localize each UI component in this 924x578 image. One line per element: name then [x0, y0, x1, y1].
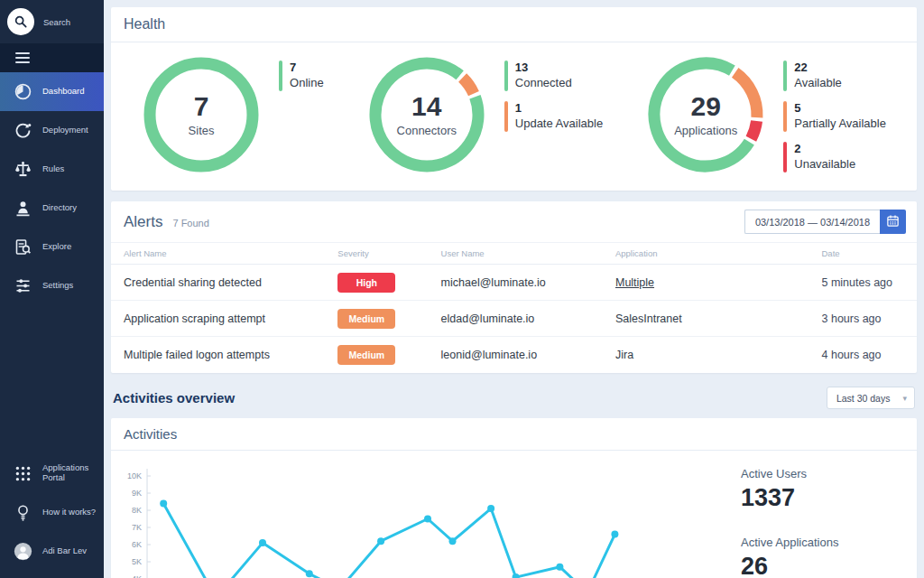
rules-icon: [14, 160, 32, 179]
hamburger-icon: [15, 52, 30, 63]
sidebar-item-label: Dashboard: [42, 87, 84, 97]
sidebar-item-deployment[interactable]: Deployment: [0, 111, 104, 150]
donut-legend-entry: 22 Available: [783, 61, 886, 91]
active-applications-label: Active Applications: [741, 536, 917, 549]
donut-label: Connectors: [397, 124, 457, 137]
svg-text:10K: 10K: [127, 471, 142, 480]
alert-user: michael@luminate.io: [441, 276, 615, 289]
activities-overview-title: Activities overview: [113, 390, 235, 406]
donut-sites: 7 Sites 7 Online: [142, 55, 324, 174]
alert-date: 5 minutes ago: [822, 276, 917, 289]
legend-color-bar: [783, 101, 787, 132]
directory-icon: [14, 199, 32, 218]
svg-text:9K: 9K: [132, 489, 142, 498]
alert-name: Application scraping attempt: [124, 312, 337, 325]
svg-text:7K: 7K: [132, 523, 142, 532]
alert-application: Jira: [615, 349, 822, 361]
legend-color-bar: [783, 142, 787, 172]
sidebar-item-label: Adi Bar Lev: [42, 546, 87, 556]
active-applications-value: 26: [741, 553, 917, 578]
date-range-input[interactable]: [744, 210, 880, 234]
activities-line-chart: 10K9K8K7K6K5K4K: [111, 451, 741, 578]
explore-icon: [14, 238, 32, 256]
sidebar-item-label: Settings: [42, 281, 73, 291]
column-user-name: User Name: [441, 248, 615, 258]
chevron-down-icon: ▾: [902, 394, 907, 403]
legend-label: Online: [290, 76, 324, 91]
sidebar-item-rules[interactable]: Rules: [0, 150, 104, 189]
menu-toggle[interactable]: [0, 43, 104, 72]
alert-application: SalesIntranet: [615, 312, 822, 325]
sidebar-item-label: Directory: [42, 203, 77, 213]
alert-user: leonid@luminate.io: [441, 349, 615, 361]
sidebar-item-dashboard[interactable]: Dashboard: [0, 72, 104, 111]
donut-label: Applications: [674, 124, 737, 137]
avatar: [14, 542, 32, 561]
alert-date: 4 hours ago: [822, 349, 917, 361]
donut-value: 14: [411, 93, 441, 120]
legend-color-bar: [279, 61, 282, 91]
main-content: Health 7 Sites 7 Online 14 Connectors 13…: [104, 0, 924, 578]
donut-applications: 29 Applications 22 Available 5 Partially…: [646, 55, 886, 174]
svg-text:5K: 5K: [132, 557, 142, 566]
time-range-select[interactable]: Last 30 days ▾: [827, 387, 915, 409]
sidebar-item-label: Rules: [42, 164, 64, 174]
legend-count: 2: [794, 142, 855, 157]
activities-title: Activities: [111, 418, 917, 451]
sidebar-item-how-it-works[interactable]: How it works?: [0, 493, 104, 532]
lightbulb-icon: [14, 503, 32, 522]
apps-grid-icon: [14, 464, 32, 483]
alert-application-link[interactable]: Multiple: [615, 276, 822, 289]
settings-icon: [14, 276, 32, 295]
sidebar: Search Dashboard Deployment Rules Direct…: [0, 0, 104, 578]
donut-chart: 14 Connectors: [367, 55, 486, 174]
legend-label: Unavailable: [794, 157, 855, 172]
sidebar-item-applications-portal[interactable]: Applications Portal: [0, 453, 104, 493]
svg-text:8K: 8K: [132, 506, 142, 515]
alert-name: Credential sharing detected: [124, 276, 337, 289]
sidebar-item-directory[interactable]: Directory: [0, 189, 104, 228]
svg-text:4K: 4K: [132, 574, 142, 578]
legend-label: Available: [794, 76, 842, 91]
alert-name: Multiple failed logon attempts: [124, 349, 337, 361]
sidebar-footer: Applications Portal How it works? Adi Ba…: [0, 453, 104, 578]
donut-legend-entry: 2 Unavailable: [783, 142, 886, 172]
donut-label: Sites: [189, 124, 215, 137]
sidebar-item-settings[interactable]: Settings: [0, 266, 104, 305]
table-row[interactable]: Application scraping attempt Medium elda…: [111, 301, 917, 337]
calendar-button[interactable]: [880, 210, 906, 234]
donut-legend-entry: 7 Online: [279, 61, 324, 91]
donut-chart: 29 Applications: [646, 55, 765, 174]
sidebar-item-explore[interactable]: Explore: [0, 228, 104, 266]
sidebar-item-label: Explore: [42, 242, 71, 252]
severity-badge: Medium: [337, 345, 395, 365]
donut-value: 7: [194, 93, 209, 120]
activities-stats: Active Users 1337 Active Applications 26: [741, 451, 917, 578]
active-users-label: Active Users: [741, 467, 917, 480]
sidebar-item-adi-bar-lev[interactable]: Adi Bar Lev: [0, 532, 104, 571]
calendar-icon: [886, 214, 900, 230]
legend-label: Update Available: [515, 117, 603, 132]
severity-badge: High: [337, 273, 395, 293]
search-icon[interactable]: [7, 8, 34, 35]
donut-value: 29: [691, 93, 721, 120]
deployment-icon: [14, 121, 32, 140]
time-range-value: Last 30 days: [836, 393, 891, 404]
donut-legend-entry: 13 Connected: [504, 61, 603, 91]
legend-label: Partially Available: [794, 117, 886, 132]
column-severity: Severity: [337, 248, 440, 258]
table-row[interactable]: Credential sharing detected High michael…: [111, 265, 917, 301]
legend-color-bar: [783, 61, 787, 91]
donut-legend-entry: 1 Update Available: [504, 101, 603, 132]
legend-color-bar: [504, 101, 508, 132]
active-users-value: 1337: [741, 484, 917, 512]
legend-count: 7: [290, 61, 324, 76]
alert-user: eldad@luminate.io: [441, 312, 615, 325]
legend-count: 5: [794, 101, 886, 117]
activities-card: Activities 10K9K8K7K6K5K4K Active Users …: [111, 418, 917, 578]
sidebar-search[interactable]: Search: [0, 0, 104, 43]
search-label: Search: [43, 17, 70, 27]
table-row[interactable]: Multiple failed logon attempts Medium le…: [111, 337, 917, 373]
column-date: Date: [822, 248, 917, 258]
legend-label: Connected: [515, 76, 572, 91]
